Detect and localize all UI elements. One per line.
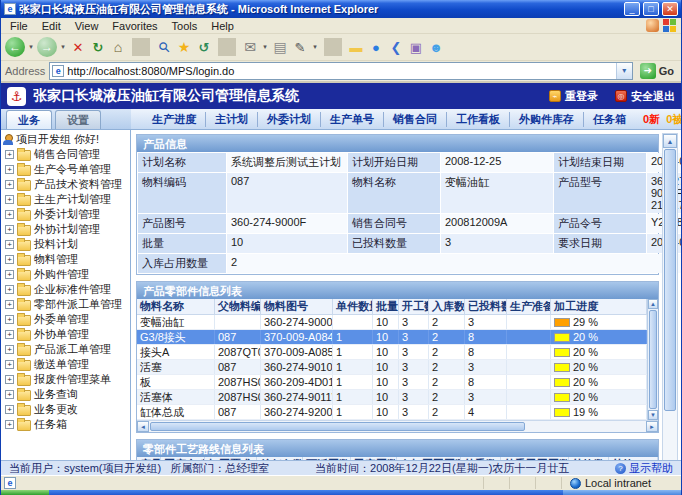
expand-icon[interactable] bbox=[5, 420, 14, 429]
sidebar-item[interactable]: 报废件管理菜单 bbox=[3, 372, 130, 387]
sidebar-item[interactable]: 任务箱 bbox=[3, 417, 130, 432]
expand-icon[interactable] bbox=[5, 300, 14, 309]
refresh-icon[interactable]: ↻ bbox=[89, 37, 107, 57]
scroll-up-icon[interactable]: ▲ bbox=[663, 134, 677, 148]
mail-icon[interactable]: ✉ bbox=[241, 37, 259, 57]
column-header[interactable]: 可派工数 bbox=[303, 457, 351, 460]
menu-item[interactable]: Favorites bbox=[105, 20, 164, 32]
column-header[interactable]: 外协数 bbox=[569, 457, 609, 460]
sidebar-item[interactable]: 外协单管理 bbox=[3, 327, 130, 342]
column-header[interactable]: 入库数 bbox=[429, 299, 465, 314]
column-header[interactable]: 生产准备 bbox=[507, 299, 551, 314]
hscroll-thumb[interactable] bbox=[150, 422, 525, 431]
sidebar-item[interactable]: 企业标准件管理 bbox=[3, 282, 130, 297]
menu-item[interactable]: File bbox=[3, 20, 35, 32]
column-header[interactable]: 外委已开工数 bbox=[501, 457, 569, 460]
expand-icon[interactable] bbox=[5, 405, 14, 414]
column-header[interactable]: 自加工开工数 bbox=[397, 457, 461, 460]
search-icon[interactable]: ⚲ bbox=[151, 34, 178, 61]
back-icon[interactable]: ← bbox=[5, 37, 25, 57]
table-row[interactable]: 板2087HS002360-209-4D01011032820 % bbox=[137, 375, 647, 390]
parts-table-hscrollbar[interactable]: ◄ ► bbox=[137, 420, 658, 432]
buddy-icon[interactable]: ☻ bbox=[427, 37, 445, 57]
edit-dropdown-icon[interactable]: ▾ bbox=[311, 37, 319, 57]
nav-item[interactable]: 任务箱 bbox=[583, 112, 635, 127]
sidebar-item[interactable]: 产品技术资料管理 bbox=[3, 177, 130, 192]
table-row[interactable]: 活塞体2087HS002360-274-9011W11032320 % bbox=[137, 390, 647, 405]
table-row[interactable]: 缸体总成087360-274-9200F11032419 % bbox=[137, 405, 647, 420]
messenger-icon[interactable]: ❮ bbox=[387, 37, 405, 57]
column-header[interactable]: 批量 bbox=[373, 299, 399, 314]
sidebar-item[interactable]: 外协计划管理 bbox=[3, 222, 130, 237]
expand-icon[interactable] bbox=[5, 225, 14, 234]
sidebar-item[interactable]: 物料管理 bbox=[3, 252, 130, 267]
expand-icon[interactable] bbox=[5, 150, 14, 159]
nav-item[interactable]: 生产进度 bbox=[143, 112, 205, 127]
sidebar-item[interactable]: 主生产计划管理 bbox=[3, 192, 130, 207]
column-header[interactable]: 父物料编码 bbox=[215, 299, 261, 314]
content-scrollbar[interactable]: ▲ bbox=[662, 133, 678, 460]
nav-item[interactable]: 工作看板 bbox=[446, 112, 509, 127]
nav-item[interactable]: 外购件库存 bbox=[509, 112, 583, 127]
column-header[interactable]: 已完工数 bbox=[351, 457, 397, 460]
column-header[interactable]: 单件数量 bbox=[333, 299, 373, 314]
expand-icon[interactable] bbox=[5, 270, 14, 279]
show-help-link[interactable]: ? 显示帮助 bbox=[615, 461, 673, 476]
logout-button[interactable]: ◎ 安全退出 bbox=[615, 89, 675, 104]
nav-item[interactable]: 外委计划 bbox=[257, 112, 320, 127]
expand-icon[interactable] bbox=[5, 345, 14, 354]
menu-item[interactable]: Help bbox=[204, 20, 241, 32]
forward-icon[interactable]: → bbox=[37, 37, 57, 57]
sidebar-item[interactable]: 业务查询 bbox=[3, 387, 130, 402]
expand-icon[interactable] bbox=[5, 360, 14, 369]
sidebar-item[interactable]: 业务更改 bbox=[3, 402, 130, 417]
column-header[interactable]: 物料名称 bbox=[137, 299, 215, 314]
nav-item[interactable]: 主计划 bbox=[205, 112, 257, 127]
column-header[interactable]: 已投料数 bbox=[465, 299, 507, 314]
expand-icon[interactable] bbox=[5, 210, 14, 219]
home-icon[interactable]: ⌂ bbox=[109, 37, 127, 57]
sidebar-item[interactable]: 外购件管理 bbox=[3, 267, 130, 282]
expand-icon[interactable] bbox=[5, 390, 14, 399]
print-icon[interactable]: ▤ bbox=[271, 37, 289, 57]
back-dropdown-icon[interactable]: ▾ bbox=[27, 37, 35, 57]
expand-icon[interactable] bbox=[5, 195, 14, 204]
expand-icon[interactable] bbox=[5, 165, 14, 174]
column-header[interactable]: 加工进度 bbox=[551, 299, 647, 314]
expand-icon[interactable] bbox=[5, 375, 14, 384]
tab-business[interactable]: 业务 bbox=[6, 110, 52, 129]
table-row[interactable]: 变幅油缸360-274-9000F1032329 % bbox=[137, 315, 647, 330]
start-button[interactable] bbox=[1, 490, 49, 495]
menu-item[interactable]: View bbox=[68, 20, 106, 32]
address-input[interactable] bbox=[67, 65, 612, 77]
column-header[interactable]: 外协 bbox=[609, 457, 658, 460]
sidebar-item[interactable]: 产品派工单管理 bbox=[3, 342, 130, 357]
sidebar-item[interactable]: 外委计划管理 bbox=[3, 207, 130, 222]
column-header[interactable]: 物料图号 bbox=[261, 299, 333, 314]
parts-table-scrollbar[interactable]: ▲▼ bbox=[647, 299, 658, 420]
scroll-right-icon[interactable]: ► bbox=[646, 421, 658, 432]
nav-item[interactable]: 销售合同 bbox=[383, 112, 446, 127]
note-icon[interactable]: ▬ bbox=[347, 37, 365, 57]
world-icon[interactable]: ● bbox=[367, 37, 385, 57]
relogin-button[interactable]: ⌁ 重登录 bbox=[549, 89, 598, 104]
forward-dropdown-icon[interactable]: ▾ bbox=[59, 37, 67, 57]
sidebar-item[interactable]: 投料计划 bbox=[3, 237, 130, 252]
expand-icon[interactable] bbox=[5, 255, 14, 264]
sidebar-item[interactable]: 零部件派工单管理 bbox=[3, 297, 130, 312]
column-header[interactable]: 加工要求 bbox=[205, 457, 257, 460]
scroll-thumb[interactable] bbox=[664, 149, 676, 411]
expand-icon[interactable] bbox=[5, 240, 14, 249]
menu-item[interactable]: Edit bbox=[35, 20, 68, 32]
menu-item[interactable]: Tools bbox=[165, 20, 205, 32]
sidebar-item[interactable]: 销售合同管理 bbox=[3, 147, 130, 162]
scroll-left-icon[interactable]: ◄ bbox=[137, 421, 149, 432]
go-button[interactable]: ➜ Go bbox=[637, 63, 677, 79]
history-icon[interactable]: ↺ bbox=[195, 37, 213, 57]
nav-item[interactable]: 生产单号 bbox=[320, 112, 383, 127]
column-header[interactable]: 外委数 bbox=[461, 457, 501, 460]
research-icon[interactable]: ▣ bbox=[407, 37, 425, 57]
expand-icon[interactable] bbox=[5, 285, 14, 294]
stop-icon[interactable]: ✕ bbox=[69, 37, 87, 57]
address-dropdown-icon[interactable]: ▾ bbox=[616, 63, 632, 79]
